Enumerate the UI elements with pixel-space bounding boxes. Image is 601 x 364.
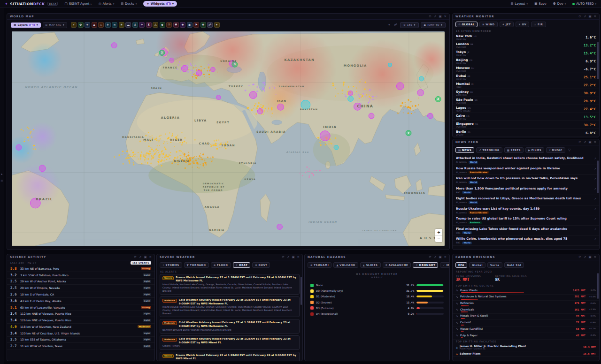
layer-chip-5[interactable]: ❄: [105, 22, 111, 28]
earthquake-row[interactable]: 5.833 km NE of Barranca, PeruStrong: [7, 265, 154, 272]
earthquake-row[interactable]: 2.529 km W of Anchor Point, AlaskaLight: [7, 279, 154, 285]
news-item[interactable]: Attacked in India, Kashmiri shawl seller…: [453, 155, 599, 165]
refresh-interval-select[interactable]: ⊙15S▾: [400, 22, 418, 28]
expand-icon[interactable]: ▣: [439, 15, 441, 18]
layer-chip-7[interactable]: ☀: [119, 22, 124, 28]
expand-icon[interactable]: ▣: [588, 15, 591, 18]
layer-chip-14[interactable]: ☉: [166, 22, 172, 28]
scrollbar[interactable]: [597, 273, 599, 299]
tab-weather-wind[interactable]: ≋WIND: [479, 22, 498, 27]
news-item[interactable]: More than 1,500 Venezuelan political pri…: [453, 185, 599, 196]
close-icon[interactable]: ✕: [149, 256, 152, 259]
city-row[interactable]: MoscowRUOvercast-6.7°C: [453, 65, 599, 73]
expand-icon[interactable]: ▣: [144, 256, 146, 259]
tab-hazard-tsunami[interactable]: ≋TSUNAMI: [308, 262, 331, 268]
refresh-icon[interactable]: ⟳: [134, 256, 136, 259]
tab-severe-dust[interactable]: ≡DUST: [252, 262, 270, 268]
tab-news-films[interactable]: ▶FILMS: [525, 147, 544, 153]
share-icon[interactable]: ⇗: [584, 256, 586, 259]
rail-expand-icon[interactable]: ▸: [1, 172, 2, 175]
share-icon[interactable]: ⇗: [139, 256, 141, 259]
earthquake-row[interactable]: 4.9118 km W of Riverton, New ZealandMode…: [7, 324, 154, 330]
close-icon[interactable]: ✕: [594, 141, 596, 144]
tab-weather-jet[interactable]: ✈JET: [500, 22, 514, 27]
tab-news-news[interactable]: ▤NEWS: [455, 147, 474, 153]
earthquake-row[interactable]: 3.843 km E of Pedro Bay, AlaskaLight: [7, 298, 154, 304]
tab-severe-flood[interactable]: ≋FLOOD: [211, 262, 231, 268]
tab-weather-fir[interactable]: ♨FIR: [531, 22, 546, 27]
close-icon[interactable]: ✕: [594, 15, 596, 18]
weather-alert-card[interactable]: ModerateCold Weather Advisory issued Feb…: [160, 296, 300, 317]
tab-news-stats[interactable]: ▦STATS: [504, 147, 524, 153]
layer-chip-19[interactable]: ✚: [200, 22, 206, 28]
facility-row[interactable]: ⌂James H. Miller Jr. Electric Generating…: [453, 344, 599, 351]
tab-carbon-gold-std[interactable]: Gold Std: [504, 262, 524, 268]
layer-chip-6[interactable]: ≋: [112, 22, 117, 28]
sector-row[interactable]: ∿Chemicals161 MMT+1.3%: [453, 307, 599, 314]
earthquake-row[interactable]: 2.711 km WSW of Stanton, TexasLight: [7, 343, 154, 349]
layer-chip-4[interactable]: ♨: [98, 22, 104, 28]
tab-weather-global[interactable]: ☉GLOBAL: [455, 22, 478, 27]
menu-layout[interactable]: ⊞Layout▾: [510, 2, 528, 6]
tab-severe-tornado[interactable]: ▼TORNADO: [184, 262, 209, 268]
menu-decks[interactable]: ⊟Decks▾: [121, 2, 137, 6]
layer-chip-21[interactable]: ✦: [214, 22, 220, 28]
earthquake-row[interactable]: 2.610 km S of Ferndale, CALight: [7, 291, 154, 298]
city-row[interactable]: SydneyAULight rain30.9°C: [453, 89, 599, 97]
rail-menu-icon[interactable]: ☰: [0, 179, 3, 182]
menu-alerts[interactable]: ◎Alerts▾: [99, 2, 114, 6]
zoom-out-button[interactable]: −: [435, 235, 442, 242]
tab-severe-heat[interactable]: ☀HEAT: [233, 262, 251, 268]
refresh-icon[interactable]: ⟳: [578, 256, 581, 259]
city-row[interactable]: BeijingCNClear sky6.9°C: [453, 57, 599, 65]
earthquake-row[interactable]: 5.160 km W of Luganville, VanuatuStrong: [7, 304, 154, 311]
sector-row[interactable]: ∿Waste (Landfills)65 MMT+0.2%: [453, 326, 599, 333]
external-link-icon[interactable]: ↗: [594, 197, 596, 200]
external-link-icon[interactable]: ↗: [594, 157, 596, 160]
tab-hazard-volcano[interactable]: ▲VOLCANO: [333, 262, 358, 268]
scrollbar[interactable]: [300, 277, 302, 305]
crosshair-icon[interactable]: ⌖: [388, 23, 390, 27]
tab-hazard-avalanche[interactable]: ❄AVALANCHE: [383, 262, 411, 268]
layer-chip-1[interactable]: ☢: [78, 22, 84, 28]
city-row[interactable]: LagosNGPartly cloudy27.4°C: [453, 105, 599, 113]
news-item[interactable]: Final missing Lake Tahoe skier found dea…: [453, 226, 599, 236]
layer-chip-12[interactable]: ⚠: [153, 22, 158, 28]
share-icon[interactable]: ⇗: [584, 15, 586, 18]
layer-chip-20[interactable]: ☍: [207, 22, 213, 28]
layer-chip-2[interactable]: ✈: [85, 22, 90, 28]
external-link-icon[interactable]: ↗: [594, 187, 596, 190]
layer-chip-10[interactable]: ☂: [139, 22, 145, 28]
external-link-icon[interactable]: ↗: [594, 207, 596, 211]
news-item[interactable]: Trump to raise US global tariff to 15% a…: [453, 215, 599, 226]
close-icon[interactable]: ✕: [594, 256, 596, 259]
refresh-icon[interactable]: ⟳: [429, 256, 431, 259]
tab-hazard-meteor[interactable]: ☄METEOR: [440, 262, 450, 268]
refresh-icon[interactable]: ⟳: [578, 15, 581, 18]
close-icon[interactable]: ✕: [444, 15, 447, 18]
weather-alert-card[interactable]: SevereFreeze Watch issued February 22 at…: [160, 352, 300, 361]
facility-row[interactable]: ⌂Scherer Plant15.6 MMT: [453, 351, 599, 357]
tab-weather-uv[interactable]: ☀UV: [516, 22, 529, 27]
layer-chip-17[interactable]: ◉: [187, 22, 193, 28]
sector-row[interactable]: ∿Petroleum & Natural Gas Systems381 MMT+…: [453, 295, 599, 301]
sector-row[interactable]: ∿Power Plants1425 MMT-1.2%: [453, 288, 599, 295]
refresh-icon[interactable]: ⟳: [282, 256, 284, 259]
city-row[interactable]: New YorkUSClear sky1.6°C: [453, 33, 599, 41]
auto-feed-toggle[interactable]: AUTO FEED▾: [572, 2, 596, 6]
tab-carbon-global[interactable]: Global: [469, 262, 485, 268]
external-link-icon[interactable]: ↗: [594, 177, 596, 180]
map-canvas[interactable]: 2322 NORTH ATLANTIC OCEANArabian SeaINDI…: [12, 31, 445, 246]
layer-chip-8[interactable]: ☁: [125, 22, 131, 28]
external-link-icon[interactable]: ↗: [594, 228, 596, 231]
news-item[interactable]: Eight bodies recovered in Libya, Greece …: [453, 195, 599, 205]
scrollbar[interactable]: [597, 42, 599, 79]
earthquake-row[interactable]: 2.513 km SSE of Tatums, OklahomaLight: [7, 337, 154, 343]
refresh-icon[interactable]: ⟳: [578, 141, 581, 144]
tab-severe-storms[interactable]: ⚡STORMS: [160, 262, 182, 268]
layer-chip-3[interactable]: ▲: [92, 22, 97, 28]
weather-alert-card[interactable]: SevereFreeze Watch issued February 22 at…: [160, 274, 300, 295]
layer-chip-18[interactable]: ⚑: [193, 22, 199, 28]
layer-chip-16[interactable]: ✸: [180, 22, 185, 28]
filter-icon[interactable]: ▽: [568, 148, 570, 152]
